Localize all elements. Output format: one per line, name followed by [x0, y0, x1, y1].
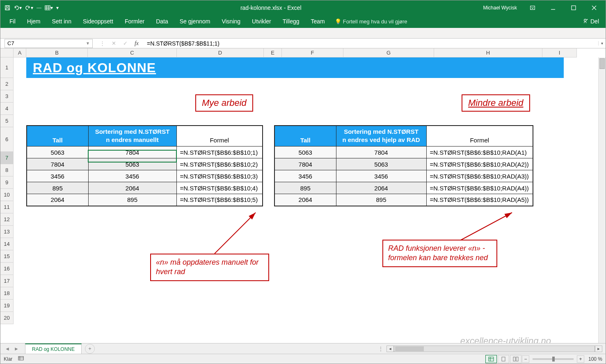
hscroll-thumb[interactable] — [395, 346, 424, 351]
col-header-G[interactable]: G — [343, 48, 434, 57]
ribbon-options-icon[interactable] — [524, 2, 542, 14]
cell-tall[interactable]: 3456 — [274, 170, 336, 182]
row-header-4[interactable]: 4 — [0, 103, 14, 115]
cell-tall[interactable]: 895 — [274, 182, 336, 194]
zoom-in-button[interactable]: + — [577, 355, 584, 363]
cell-tall[interactable]: 7804 — [27, 158, 88, 170]
share-button[interactable]: Del — [576, 18, 606, 25]
col-header-H[interactable]: H — [434, 48, 542, 57]
row-header-6[interactable]: 6 — [0, 127, 14, 152]
cell-sort[interactable]: 2064 — [336, 182, 426, 194]
row-header-10[interactable]: 10 — [0, 189, 14, 201]
cell-formel[interactable]: =N.STØRST($B$6:$B$10;4) — [176, 182, 263, 194]
fx-label[interactable]: fx — [132, 39, 141, 48]
tab-sideoppsett[interactable]: Sideoppsett — [77, 15, 119, 28]
chevron-down-icon[interactable]: ▼ — [86, 41, 90, 46]
col-header-D[interactable]: D — [177, 48, 264, 57]
tab-segjennom[interactable]: Se gjennom — [174, 15, 216, 28]
cell-formel[interactable]: =N.STØRST($B$6:$B$10;5) — [176, 194, 263, 206]
spreadsheet-grid[interactable]: ABCDEFGHI 123456789101112131415161718192… — [0, 48, 606, 343]
col-header-E[interactable]: E — [264, 48, 282, 57]
enter-icon[interactable]: ✓ — [121, 39, 130, 48]
close-icon[interactable] — [585, 2, 603, 14]
vertical-scrollbar[interactable] — [598, 57, 606, 343]
col-header-I[interactable]: I — [542, 48, 577, 57]
cell-tall[interactable]: 895 — [27, 182, 88, 194]
expand-formula-bar-icon[interactable]: ▾ — [598, 41, 606, 46]
horizontal-scrollbar[interactable] — [394, 346, 595, 352]
row-header-3[interactable]: 3 — [0, 90, 14, 103]
tab-utvikler[interactable]: Utvikler — [246, 15, 277, 28]
zoom-slider[interactable] — [533, 358, 574, 360]
tab-tillegg[interactable]: Tillegg — [277, 15, 305, 28]
redo-icon[interactable]: ▾ — [25, 5, 33, 11]
cell-sort[interactable]: 3456 — [336, 170, 426, 182]
tell-me-search[interactable]: 💡 Fortell meg hva du vil gjøre — [335, 18, 407, 25]
cell-tall[interactable]: 2064 — [27, 194, 88, 206]
row-header-17[interactable]: 17 — [0, 275, 14, 287]
row-header-18[interactable]: 18 — [0, 287, 14, 300]
select-all-corner[interactable] — [0, 48, 14, 57]
cell-formel[interactable]: =N.STØRST($B$6:$B$10;2) — [176, 158, 263, 170]
cell-formel[interactable]: =N.STØRST($B$6:$B$10;1) — [176, 147, 263, 158]
cancel-icon[interactable]: ✕ — [109, 39, 118, 48]
next-sheet-icon[interactable]: ► — [13, 345, 20, 353]
user-name[interactable]: Michael Wycisk — [483, 5, 517, 11]
col-header-C[interactable]: C — [88, 48, 177, 57]
cell-formel[interactable]: =N.STØRST($B$6:$B$10;RAD(A5)) — [426, 194, 533, 206]
cell-formel[interactable]: =N.STØRST($B$6:$B$10;3) — [176, 170, 263, 182]
tab-data[interactable]: Data — [150, 15, 174, 28]
cell-sort[interactable]: 7804 — [88, 147, 176, 158]
undo-icon[interactable]: ▾ — [14, 5, 22, 11]
dots-icon[interactable]: ⋮ — [98, 39, 107, 48]
cell-sort[interactable]: 2064 — [88, 182, 176, 194]
cell-tall[interactable]: 5063 — [27, 147, 88, 158]
cell-tall[interactable]: 2064 — [274, 194, 336, 206]
cell-tall[interactable]: 3456 — [27, 170, 88, 182]
minimize-icon[interactable] — [544, 2, 562, 14]
row-header-12[interactable]: 12 — [0, 213, 14, 226]
maximize-icon[interactable] — [565, 2, 583, 14]
cell-formel[interactable]: =N.STØRST($B$6:$B$10;RAD(A1) — [426, 147, 533, 158]
row-header-20[interactable]: 20 — [0, 312, 14, 324]
cell-sort[interactable]: 5063 — [88, 158, 176, 170]
macro-record-icon[interactable] — [18, 355, 24, 362]
row-header-11[interactable]: 11 — [0, 201, 14, 213]
cell-sort[interactable]: 5063 — [336, 158, 426, 170]
scrollbar-thumb[interactable] — [599, 58, 605, 69]
view-pagelayout-icon[interactable] — [498, 355, 509, 363]
formula-input[interactable] — [144, 39, 598, 48]
row-header-19[interactable]: 19 — [0, 300, 14, 312]
tab-settinn[interactable]: Sett inn — [46, 15, 77, 28]
row-header-9[interactable]: 9 — [0, 176, 14, 189]
add-sheet-button[interactable]: ＋ — [85, 344, 95, 354]
col-header-F[interactable]: F — [282, 48, 343, 57]
hscroll-grip[interactable]: ⋮ — [378, 346, 383, 352]
tab-visning[interactable]: Visning — [216, 15, 246, 28]
tab-team[interactable]: Team — [305, 15, 331, 28]
table-icon[interactable]: ▾ — [45, 5, 53, 11]
cell-tall[interactable]: 5063 — [274, 147, 336, 158]
row-header-1[interactable]: 1 — [0, 57, 14, 78]
tab-fil[interactable]: Fil — [4, 15, 21, 28]
col-header-B[interactable]: B — [26, 48, 88, 57]
hscroll-left-icon[interactable]: ◄ — [386, 346, 394, 352]
prev-sheet-icon[interactable]: ◄ — [4, 345, 11, 353]
cell-formel[interactable]: =N.STØRST($B$6:$B$10;RAD(A2)) — [426, 158, 533, 170]
cell-sort[interactable]: 895 — [88, 194, 176, 206]
row-header-15[interactable]: 15 — [0, 250, 14, 263]
row-header-7[interactable]: 7 — [0, 152, 14, 164]
save-icon[interactable] — [5, 5, 10, 11]
hscroll-right-icon[interactable]: ► — [595, 346, 602, 352]
zoom-out-button[interactable]: − — [522, 355, 529, 363]
zoom-level[interactable]: 100 % — [588, 356, 602, 362]
name-box[interactable]: C7 ▼ — [5, 39, 93, 48]
cell-tall[interactable]: 7804 — [274, 158, 336, 170]
cell-formel[interactable]: =N.STØRST($B$6:$B$10;RAD(A4)) — [426, 182, 533, 194]
row-header-13[interactable]: 13 — [0, 226, 14, 238]
row-header-8[interactable]: 8 — [0, 164, 14, 176]
row-header-5[interactable]: 5 — [0, 115, 14, 127]
cell-sort[interactable]: 895 — [336, 194, 426, 206]
view-pagebreak-icon[interactable] — [510, 355, 521, 363]
sheet-tab-active[interactable]: RAD og KOLONNE — [25, 343, 82, 354]
